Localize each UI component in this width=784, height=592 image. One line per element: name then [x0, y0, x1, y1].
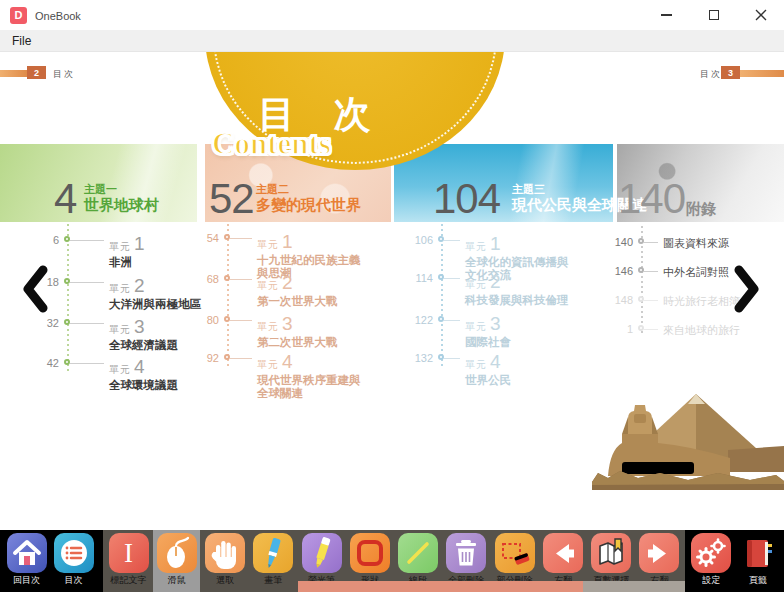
- unit-number: 3: [490, 313, 501, 334]
- unit-label: 單元: [109, 283, 131, 294]
- entry-marker: [224, 234, 230, 240]
- previous-page-button[interactable]: [20, 264, 50, 314]
- list-icon: [54, 533, 94, 573]
- tool-mouse[interactable]: 滑鼠: [153, 530, 200, 592]
- maximize-icon: [709, 10, 719, 20]
- banner-subtitle: Contents: [212, 126, 331, 162]
- toc-entry[interactable]: 146 中外名詞對照: [601, 264, 729, 279]
- next-page-button[interactable]: [732, 264, 762, 314]
- tool-text-mark[interactable]: I 標記文字: [105, 530, 152, 592]
- entry-connector: [70, 282, 104, 283]
- unit-label: 單元: [257, 359, 279, 370]
- left-page-number-badge: 2: [27, 66, 46, 79]
- unit-number: 2: [490, 271, 501, 292]
- mouse-icon: [157, 533, 197, 573]
- unit-number: 1: [490, 233, 501, 254]
- toc-entry[interactable]: 18 單元2 大洋洲與兩極地區: [31, 275, 201, 311]
- unit-number: 3: [282, 313, 293, 334]
- entry-marker: [64, 359, 70, 365]
- unit-label: 單元: [109, 241, 131, 252]
- entry-marker: [224, 316, 230, 322]
- entry-marker: [64, 236, 70, 242]
- section1-page: 4: [54, 178, 76, 220]
- tool-pen[interactable]: 畫筆: [250, 530, 297, 592]
- entry-marker: [64, 278, 70, 284]
- entry-connector: [444, 358, 460, 359]
- entry-connector: [230, 358, 252, 359]
- menu-bar: File: [0, 30, 784, 52]
- section3-page: 104: [433, 178, 500, 220]
- tool-select-hand[interactable]: 選取: [202, 530, 249, 592]
- minimize-button[interactable]: [643, 0, 690, 30]
- unit-number: 4: [134, 356, 145, 377]
- toc-entry[interactable]: 42 單元4 全球環境議題: [31, 356, 178, 392]
- tool-settings[interactable]: 設定: [688, 530, 735, 592]
- toc-entry[interactable]: 1 來自地球的旅行: [601, 322, 740, 337]
- entry-page: 6: [31, 233, 59, 246]
- window-title: OneBook: [35, 8, 81, 22]
- entry-marker: [224, 354, 230, 360]
- entry-marker: [224, 275, 230, 281]
- appendix-item-title: 時光旅行老相簿: [663, 293, 740, 308]
- maximize-button[interactable]: [690, 0, 737, 30]
- section1-title: 世界地球村: [84, 196, 159, 214]
- entry-marker: [638, 238, 644, 244]
- left-header-bar: [0, 70, 27, 77]
- unit-label: 單元: [257, 321, 279, 332]
- toc-entry[interactable]: 132 單元4 世界公民: [403, 351, 579, 387]
- entry-page: 140: [601, 235, 633, 248]
- menu-file[interactable]: File: [8, 34, 35, 48]
- tool-toc[interactable]: 目次: [50, 530, 97, 592]
- toc-entry[interactable]: 68 單元2 第一次世界大戰: [191, 272, 369, 308]
- entry-connector: [70, 240, 104, 241]
- gears-icon: [691, 533, 731, 573]
- unit-label: 單元: [465, 359, 487, 370]
- entry-page: 68: [191, 272, 219, 285]
- entry-connector: [230, 279, 252, 280]
- tool-bookmarks[interactable]: 頁籤: [735, 530, 782, 592]
- entry-connector: [230, 238, 252, 239]
- highlighter-icon: [302, 533, 342, 573]
- entry-marker: [438, 236, 444, 242]
- entry-connector: [444, 240, 460, 241]
- right-page-number-badge: 3: [721, 66, 740, 79]
- toc-entry[interactable]: 32 單元3 全球經濟議題: [31, 316, 178, 352]
- chevron-right-icon: [732, 264, 762, 314]
- entry-marker: [638, 296, 644, 302]
- book-page: 2 目次 目次 3 目 次 Contents 4 主題一 世界地球村 52 主題…: [0, 52, 784, 530]
- right-page-label: 目次: [700, 68, 722, 81]
- shape-icon: [350, 533, 390, 573]
- entry-marker: [438, 316, 444, 322]
- arrow-right-icon: [639, 533, 679, 573]
- trash-icon: [446, 533, 486, 573]
- unit-title: 大洋洲與兩極地區: [109, 298, 201, 311]
- close-button[interactable]: [737, 0, 784, 30]
- toc-entry[interactable]: 114 單元2 科技發展與科技倫理: [403, 271, 579, 307]
- entry-page: 132: [403, 351, 433, 364]
- entry-marker: [64, 319, 70, 325]
- toc-entry[interactable]: 80 單元3 第二次世界大戰: [191, 313, 369, 349]
- entry-connector: [644, 242, 658, 243]
- unit-label: 單元: [465, 279, 487, 290]
- entry-page: 122: [403, 313, 433, 326]
- toc-entry[interactable]: 122 單元3 國際社會: [403, 313, 579, 349]
- unit-title: 第二次世界大戰: [257, 336, 369, 349]
- page-slider-thumb[interactable]: [298, 581, 583, 592]
- unit-number: 4: [490, 351, 501, 372]
- sphinx-pyramid-image: [578, 388, 784, 490]
- entry-connector: [444, 320, 460, 321]
- chevron-left-icon: [20, 264, 50, 314]
- toc-entry[interactable]: 140 圖表資料來源: [601, 235, 729, 250]
- unit-label: 單元: [465, 241, 487, 252]
- home-icon: [7, 533, 47, 573]
- toc-entry[interactable]: 148 時光旅行老相簿: [601, 293, 740, 308]
- bookmark-book-icon: [738, 533, 778, 573]
- pen-icon: [253, 533, 293, 573]
- unit-number: 3: [134, 316, 145, 337]
- entry-marker: [638, 325, 644, 331]
- text-mark-icon: I: [109, 533, 149, 573]
- entry-page: 1: [601, 322, 633, 335]
- toc-entry[interactable]: 92 單元4 現代世界秩序重建與全球關連: [191, 351, 369, 400]
- entry-page: 146: [601, 264, 633, 277]
- tool-home[interactable]: 回目次: [3, 530, 50, 592]
